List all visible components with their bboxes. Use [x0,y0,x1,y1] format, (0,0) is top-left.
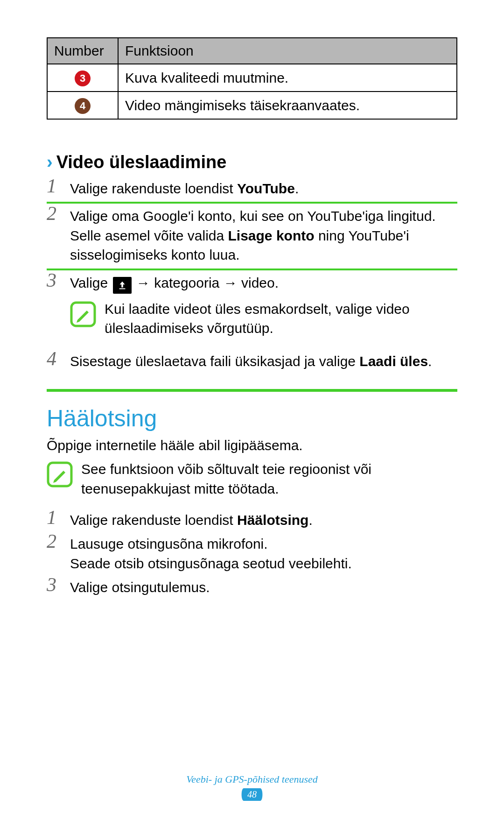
text: . [428,353,432,369]
note-text: See funktsioon võib sõltuvalt teie regio… [81,459,457,498]
note-pencil-icon [70,301,96,327]
text: Valige rakenduste loendist [70,181,237,196]
table-row: 3 Kuva kvaliteedi muutmine. [47,64,457,92]
col-header-function: Funktsioon [118,38,457,64]
step-text: Valige rakenduste loendist Häälotsing. [70,508,457,530]
page-footer: Veebi- ja GPS-põhised teenused 48 [0,773,504,801]
text: . [295,181,299,196]
step-text: Valige oma Google'i konto, kui see on Yo… [70,204,457,264]
text: Sisestage üleslaetava faili üksikasjad j… [70,353,359,369]
row-number-cell: 3 [47,64,118,92]
note-pencil-icon [47,461,73,488]
table-row: 4 Video mängimiseks täisekraanvaates. [47,92,457,119]
col-header-number: Number [47,38,118,64]
bold-text: YouTube [237,181,295,196]
step-text: Valige rakenduste loendist YouTube. [70,176,457,198]
section-title: Video üleslaadimine [56,152,227,172]
page-number-badge: 48 [241,788,263,801]
voice-steps: 1 Valige rakenduste loendist Häälotsing.… [47,508,457,599]
bold-text: Häälotsing [237,512,308,528]
step-1: 1 Valige rakenduste loendist Häälotsing. [47,508,457,531]
upload-icon [113,277,132,294]
step-number: 1 [47,176,70,196]
footer-text: Veebi- ja GPS-põhised teenused [0,773,504,785]
step-2: 2 Lausuge otsingusõna mikrofoni. Seade o… [47,531,457,575]
badge-4-icon: 4 [75,98,91,114]
svg-rect-0 [119,288,125,289]
step-3: 3 Valige otsingutulemus. [47,575,457,599]
step-4: 4 Sisestage üleslaetava faili üksikasjad… [47,349,457,373]
function-table: Number Funktsioon 3 Kuva kvaliteedi muut… [47,37,457,120]
note-block: See funktsioon võib sõltuvalt teie regio… [47,459,457,498]
step-text: Valige otsingutulemus. [70,575,457,597]
green-divider [47,389,457,392]
text: Valige rakenduste loendist [70,512,237,528]
text: Valige [70,275,112,290]
step-text: Sisestage üleslaetava faili üksikasjad j… [70,349,457,371]
document-page: Number Funktsioon 3 Kuva kvaliteedi muut… [0,0,504,827]
step-number: 3 [47,575,70,594]
step-3: 3 Valige → kategooria → video. [47,270,457,296]
note-text: Kui laadite videot üles esmakordselt, va… [105,299,457,338]
step-number: 4 [47,349,70,368]
text: Valige oma Google'i konto, kui see on Yo… [70,208,436,224]
upload-steps: 1 Valige rakenduste loendist YouTube. 2 … [47,176,457,392]
row-function-cell: Kuva kvaliteedi muutmine. [118,64,457,92]
row-function-cell: Video mängimiseks täisekraanvaates. [118,92,457,119]
row-number-cell: 4 [47,92,118,119]
bold-text: Laadi üles [359,353,428,369]
step-number: 2 [47,531,70,551]
badge-3-icon: 3 [75,71,91,86]
step-text: Lausuge otsingusõna mikrofoni. Seade ots… [70,531,457,573]
section-heading-upload: › Video üleslaadimine [47,152,457,172]
text: → kategooria → video. [136,275,279,290]
section-intro: Õppige internetile hääle abil ligipääsem… [47,436,457,455]
text: Selle asemel võite valida [70,228,228,243]
text: Lausuge otsingusõna mikrofoni. [70,536,268,551]
page-number: 48 [241,788,263,801]
step-number: 2 [47,204,70,223]
step-text: Valige → kategooria → video. [70,270,457,294]
bold-text: Lisage konto [228,228,315,243]
section-heading-voice: Häälotsing [47,405,457,432]
note-block: Kui laadite videot üles esmakordselt, va… [70,299,457,338]
table-header-row: Number Funktsioon [47,38,457,64]
text: Seade otsib otsingusõnaga seotud veebile… [70,556,352,571]
text: . [308,512,312,528]
step-number: 1 [47,508,70,527]
chevron-right-icon: › [47,152,53,172]
step-number: 3 [47,270,70,290]
step-2: 2 Valige oma Google'i konto, kui see on … [47,204,457,266]
step-1: 1 Valige rakenduste loendist YouTube. [47,176,457,200]
